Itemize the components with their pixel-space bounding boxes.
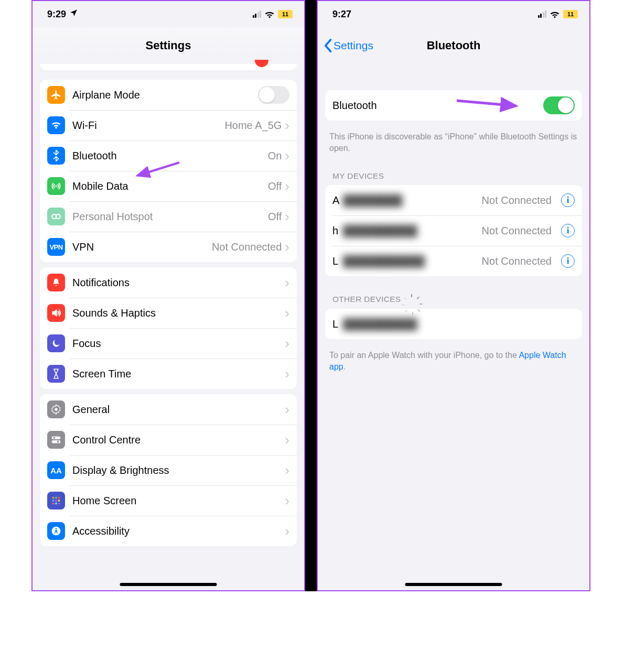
svg-point-3 (55, 408, 58, 411)
chevron-right-icon: › (285, 210, 289, 223)
settings-row-home-screen[interactable]: Home Screen › (40, 485, 297, 516)
spinner-icon (406, 294, 417, 305)
my-devices-section: A ████████ Not Connected i h ██████████ … (325, 185, 582, 276)
antenna-icon (47, 177, 65, 195)
hotspot-icon (47, 208, 65, 225)
row-label: Screen Time (72, 368, 131, 380)
device-name-blurred: ██████████ (343, 318, 417, 330)
chevron-right-icon: › (285, 306, 289, 320)
settings-row-bluetooth[interactable]: Bluetooth On › (40, 140, 297, 171)
status-bar: 9:29 11 (33, 1, 304, 27)
device-name-blurred: ███████████ (343, 255, 425, 267)
settings-row-airplane[interactable]: Airplane Mode (40, 80, 297, 110)
settings-row-screentime[interactable]: Screen Time › (40, 359, 297, 389)
text-size-icon: AA (47, 461, 65, 479)
settings-row-hotspot[interactable]: Personal Hotspot Off › (40, 201, 297, 232)
svg-rect-13 (58, 500, 60, 502)
settings-screen: 9:29 11 Settings Airplane Mode (31, 0, 305, 591)
bluetooth-toggle-row[interactable]: Bluetooth (325, 90, 582, 121)
row-label: Sounds & Haptics (72, 307, 156, 319)
chevron-right-icon: › (285, 276, 289, 289)
chevron-right-icon: › (285, 463, 289, 477)
row-value: Not Connected (212, 241, 282, 253)
settings-row-control-centre[interactable]: Control Centre › (40, 425, 297, 455)
general-section: General › Control Centre › AA Display & … (40, 394, 297, 546)
settings-row-sounds[interactable]: Sounds & Haptics › (40, 298, 297, 328)
row-value: Off (268, 211, 282, 223)
settings-row-notifications[interactable]: Notifications › (40, 267, 297, 298)
chevron-right-icon: › (285, 240, 289, 254)
info-button[interactable]: i (561, 254, 575, 268)
row-value: On (268, 150, 282, 162)
nav-bar: Settings (33, 27, 304, 64)
device-name-initial: A (332, 194, 343, 207)
wifi-icon (264, 10, 275, 18)
back-button[interactable]: Settings (323, 27, 373, 64)
device-row[interactable]: A ████████ Not Connected i (325, 185, 582, 215)
wifi-settings-icon (47, 116, 65, 134)
bluetooth-screen: 9:27 11 Settings Bluetooth Bluetooth Thi… (317, 0, 590, 591)
svg-rect-10 (58, 497, 60, 499)
device-name-initial: L (332, 255, 343, 267)
row-label: VPN (72, 241, 94, 253)
settings-row-focus[interactable]: Focus › (40, 328, 297, 359)
svg-rect-15 (55, 503, 57, 505)
settings-row-vpn[interactable]: VPN VPN Not Connected › (40, 232, 297, 262)
device-row[interactable]: h ██████████ Not Connected i (325, 215, 582, 246)
info-button[interactable]: i (561, 193, 575, 207)
chevron-right-icon: › (285, 179, 289, 193)
chevron-right-icon: › (285, 367, 289, 381)
svg-point-18 (56, 528, 57, 530)
home-indicator (405, 583, 502, 586)
speaker-icon (47, 304, 65, 322)
settings-row-general[interactable]: General › (40, 394, 297, 425)
bluetooth-toggle-section: Bluetooth (325, 90, 582, 121)
home-indicator (120, 583, 217, 586)
svg-rect-5 (52, 440, 61, 443)
discoverable-footer: This iPhone is discoverable as “iPhone” … (318, 126, 589, 159)
bluetooth-toggle[interactable] (543, 96, 575, 114)
status-bar: 9:27 11 (318, 1, 589, 27)
network-section: Airplane Mode Wi-Fi Home A_5G › Bluetoot… (40, 80, 297, 262)
device-status: Not Connected (482, 194, 552, 207)
svg-rect-8 (52, 497, 55, 499)
cellular-signal-icon (538, 10, 547, 18)
status-time: 9:27 (332, 9, 351, 20)
back-label: Settings (333, 39, 373, 52)
svg-point-0 (56, 186, 57, 187)
device-status: Not Connected (482, 255, 552, 267)
row-label: General (72, 404, 110, 416)
svg-rect-16 (58, 503, 60, 505)
device-name-blurred: ██████████ (343, 225, 417, 237)
hourglass-icon (47, 365, 65, 383)
accessibility-icon (47, 522, 65, 540)
device-row[interactable]: L ██████████ (325, 309, 582, 339)
row-label: Home Screen (72, 495, 136, 507)
chevron-right-icon: › (285, 337, 289, 350)
row-value: Home A_5G (224, 120, 282, 132)
device-name-blurred: ████████ (343, 194, 402, 207)
battery-icon: 11 (278, 10, 293, 18)
chevron-right-icon: › (285, 403, 289, 416)
cellular-signal-icon (253, 10, 262, 18)
settings-row-accessibility[interactable]: Accessibility › (40, 516, 297, 546)
svg-rect-9 (55, 497, 57, 499)
info-button[interactable]: i (561, 224, 575, 237)
row-label: Display & Brightness (72, 464, 169, 476)
airplane-toggle[interactable] (258, 86, 289, 104)
row-label: Personal Hotspot (72, 211, 153, 223)
row-value: Off (268, 180, 282, 192)
partial-section-top (40, 64, 297, 70)
other-devices-section: L ██████████ (325, 309, 582, 339)
vpn-icon: VPN (47, 238, 65, 256)
settings-row-display[interactable]: AA Display & Brightness › (40, 455, 297, 485)
wifi-icon (550, 10, 560, 18)
settings-row-mobile-data[interactable]: Mobile Data Off › (40, 171, 297, 201)
settings-row-wifi[interactable]: Wi-Fi Home A_5G › (40, 110, 297, 140)
chevron-right-icon: › (285, 494, 289, 507)
page-title: Bluetooth (427, 39, 481, 52)
device-row[interactable]: L ███████████ Not Connected i (325, 246, 582, 276)
bell-icon (47, 274, 65, 291)
chevron-right-icon: › (285, 149, 289, 162)
row-label: Accessibility (72, 525, 130, 537)
